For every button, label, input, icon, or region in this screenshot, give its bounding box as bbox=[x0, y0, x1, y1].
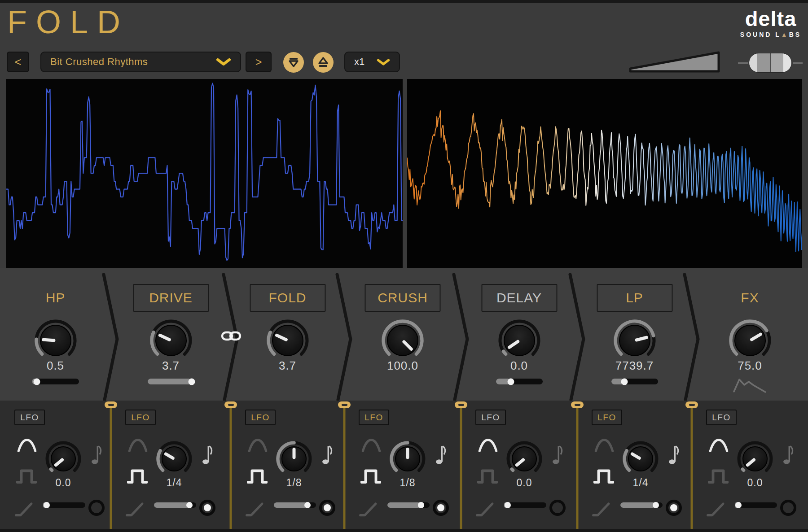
note-sync-icon[interactable] bbox=[435, 443, 447, 465]
slider-handle[interactable] bbox=[44, 502, 50, 508]
lfo-label: LFO bbox=[364, 413, 383, 423]
volume-wedge-slider[interactable] bbox=[628, 50, 721, 74]
sine-wave-icon[interactable] bbox=[17, 436, 37, 453]
slider-handle[interactable] bbox=[507, 378, 514, 385]
multiplier-dropdown[interactable]: x1 bbox=[344, 52, 400, 72]
lfo-amount-slider[interactable] bbox=[154, 502, 196, 508]
effect-mix-slider[interactable] bbox=[148, 379, 194, 384]
lfo-enable-button[interactable] bbox=[549, 500, 566, 516]
preset-dropdown[interactable]: Bit Crushed Rhythms bbox=[40, 52, 241, 72]
lfo-amount-slider[interactable] bbox=[43, 502, 85, 508]
lfo-rate-knob[interactable] bbox=[156, 440, 193, 477]
sine-wave-icon[interactable] bbox=[361, 436, 381, 453]
spectrum-canvas bbox=[407, 79, 802, 268]
sine-wave-icon[interactable] bbox=[594, 436, 614, 453]
effect-slot: DELAY 0.0 bbox=[461, 268, 577, 401]
effect-label-box: HP bbox=[18, 284, 93, 312]
ramp-wave-icon[interactable] bbox=[359, 500, 378, 517]
pill-toggle-icon[interactable] bbox=[749, 53, 792, 73]
ramp-wave-icon[interactable] bbox=[245, 500, 265, 517]
page-title: FOLD bbox=[7, 4, 129, 40]
lfo-rate-knob[interactable] bbox=[45, 440, 82, 477]
effect-knob[interactable] bbox=[266, 319, 309, 362]
square-wave-icon[interactable] bbox=[127, 468, 148, 484]
save-preset-button[interactable] bbox=[283, 52, 304, 73]
lfo-enable-button[interactable] bbox=[319, 500, 335, 516]
ramp-wave-icon[interactable] bbox=[125, 500, 145, 517]
square-wave-icon[interactable] bbox=[477, 468, 498, 484]
note-sync-icon[interactable] bbox=[783, 443, 795, 465]
effect-knob[interactable] bbox=[34, 319, 77, 362]
lfo-enable-button[interactable] bbox=[666, 500, 682, 516]
lfo-rate-knob[interactable] bbox=[276, 440, 312, 477]
sine-wave-icon[interactable] bbox=[128, 436, 148, 453]
slider-handle[interactable] bbox=[418, 502, 424, 508]
slider-handle[interactable] bbox=[186, 502, 193, 508]
stereo-pill-toggle[interactable] bbox=[738, 53, 803, 73]
lfo-label: LFO bbox=[712, 413, 730, 423]
note-sync-icon[interactable] bbox=[322, 443, 334, 465]
effect-mix-slider[interactable] bbox=[611, 379, 658, 384]
lfo-connector-icon bbox=[338, 401, 351, 408]
square-wave-icon[interactable] bbox=[708, 468, 729, 484]
effect-mix-slider[interactable] bbox=[32, 379, 79, 384]
lfo-enable-button[interactable] bbox=[433, 500, 449, 516]
lfo-enable-button[interactable] bbox=[199, 500, 215, 516]
effect-value: 0.5 bbox=[0, 359, 111, 373]
slider-handle[interactable] bbox=[735, 502, 742, 508]
lfo-amount-slider[interactable] bbox=[387, 502, 430, 508]
eject-preset-button[interactable] bbox=[313, 52, 334, 73]
chevron-down-icon bbox=[216, 58, 231, 65]
effect-label-box: FOLD bbox=[250, 284, 325, 312]
effect-knob[interactable] bbox=[498, 319, 541, 362]
slider-handle[interactable] bbox=[304, 502, 311, 508]
lfo-amount-slider[interactable] bbox=[504, 502, 546, 508]
sine-wave-icon[interactable] bbox=[478, 436, 498, 453]
lfo-label: LFO bbox=[131, 413, 149, 423]
slider-handle[interactable] bbox=[189, 378, 195, 385]
lfo-rate-knob[interactable] bbox=[622, 440, 659, 477]
slider-handle[interactable] bbox=[505, 502, 511, 508]
effect-knob[interactable] bbox=[381, 319, 424, 362]
effect-slot: DRIVE 3.7 bbox=[111, 268, 231, 401]
brand-name: delta bbox=[737, 8, 804, 29]
previous-preset-button[interactable]: < bbox=[7, 52, 29, 72]
slider-handle[interactable] bbox=[653, 502, 659, 508]
lfo-amount-slider[interactable] bbox=[735, 502, 777, 508]
slider-handle[interactable] bbox=[33, 378, 40, 385]
lfo-panel: LFO 0.0 bbox=[0, 401, 111, 532]
lfo-rate-knob[interactable] bbox=[737, 440, 773, 477]
effect-mix-slider[interactable] bbox=[496, 379, 543, 384]
lfo-amount-slider[interactable] bbox=[620, 502, 663, 508]
square-wave-icon[interactable] bbox=[593, 468, 614, 484]
lfo-label: LFO bbox=[597, 413, 616, 423]
square-wave-icon[interactable] bbox=[360, 468, 381, 484]
effect-knob[interactable] bbox=[149, 319, 193, 362]
effect-label: DELAY bbox=[496, 290, 542, 305]
lfo-connector-icon bbox=[571, 401, 584, 408]
slider-handle[interactable] bbox=[621, 378, 628, 385]
ramp-wave-icon[interactable] bbox=[475, 500, 495, 517]
effect-knob[interactable] bbox=[729, 319, 772, 362]
ramp-wave-icon[interactable] bbox=[706, 500, 726, 517]
ramp-wave-icon[interactable] bbox=[592, 500, 611, 517]
lfo-panel: LFO 1/4 bbox=[111, 401, 231, 532]
lfo-rate-knob[interactable] bbox=[389, 440, 426, 477]
lfo-enable-button[interactable] bbox=[88, 500, 105, 516]
effect-value: 0.0 bbox=[461, 359, 577, 373]
note-sync-icon[interactable] bbox=[668, 443, 680, 465]
ramp-wave-icon[interactable] bbox=[14, 500, 34, 517]
lfo-amount-slider[interactable] bbox=[274, 502, 316, 508]
note-sync-icon[interactable] bbox=[552, 443, 564, 465]
sine-wave-icon[interactable] bbox=[709, 436, 729, 453]
lfo-enable-button[interactable] bbox=[780, 500, 796, 516]
lfo-rate-knob[interactable] bbox=[506, 440, 543, 477]
square-wave-icon[interactable] bbox=[16, 468, 37, 484]
note-sync-icon[interactable] bbox=[202, 443, 214, 465]
effect-knob[interactable] bbox=[613, 319, 656, 362]
next-preset-button[interactable]: > bbox=[246, 52, 272, 72]
square-wave-icon[interactable] bbox=[247, 468, 268, 484]
sine-wave-icon[interactable] bbox=[248, 436, 268, 453]
note-sync-icon[interactable] bbox=[91, 443, 103, 465]
top-edge bbox=[0, 0, 808, 3]
